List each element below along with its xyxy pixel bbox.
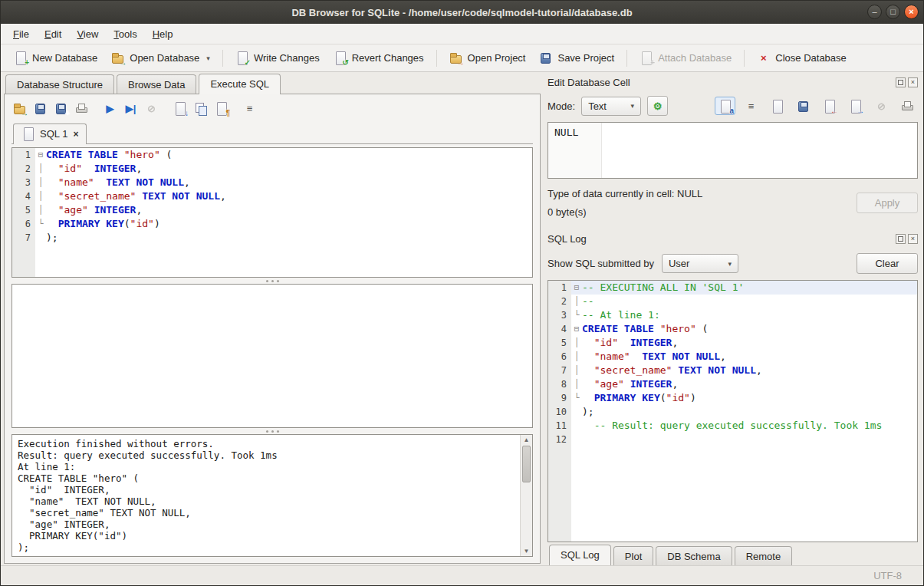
apply-button: Apply	[857, 193, 918, 213]
open-project-icon: →	[449, 51, 462, 64]
menu-help[interactable]: Help	[145, 25, 181, 43]
tab-plot[interactable]: Plot	[613, 546, 653, 565]
code-line: 11 -- Result: query executed successfull…	[548, 419, 917, 433]
open-database-button[interactable]: →Open Database▾	[104, 48, 217, 67]
export-data-button[interactable]: →	[845, 97, 866, 115]
scroll-up-icon[interactable]: ▲	[521, 436, 532, 443]
close-database-icon: ×	[757, 51, 770, 64]
close-tab-icon[interactable]: ×	[73, 129, 78, 140]
minimize-button[interactable]: –	[867, 5, 882, 19]
new-database-button[interactable]: +New Database	[7, 48, 104, 67]
save-project-button[interactable]: Save Project	[532, 48, 621, 67]
export-results-button[interactable]: ↓	[169, 99, 190, 117]
menu-tools[interactable]: Tools	[106, 25, 144, 43]
code-line: 1⊟-- EXECUTING ALL IN 'SQL 1'	[548, 281, 917, 295]
save-sql-file-button[interactable]	[30, 99, 51, 117]
save-file-button[interactable]	[793, 97, 814, 115]
mode-options-button[interactable]: ⚙	[647, 96, 668, 116]
menu-file[interactable]: File	[5, 25, 37, 43]
maximize-button[interactable]: □	[886, 5, 900, 19]
encoding-indicator[interactable]: UTF-8	[873, 570, 902, 581]
code-line: 6│ "name" TEXT NOT NULL,	[548, 350, 917, 364]
set-null-icon: ⊘	[875, 100, 888, 113]
format-sql-icon: ¶	[215, 102, 228, 115]
undock-panel-icon[interactable]	[896, 77, 906, 87]
save-sql-as-icon: +	[54, 102, 67, 115]
format-sql-button[interactable]: ¶	[211, 99, 232, 117]
code-line: 5│ "age" INTEGER,	[12, 203, 532, 217]
toolbar-separator	[436, 50, 437, 67]
save-results-button[interactable]	[190, 99, 211, 117]
sql-log-code: 1⊟-- EXECUTING ALL IN 'SQL 1'2│--3└-- At…	[548, 281, 917, 446]
code-line: 6└ PRIMARY KEY("id")	[12, 217, 532, 231]
undock-panel-icon-2[interactable]	[896, 234, 906, 244]
window-title: DB Browser for SQLite - /home/user/code/…	[291, 7, 632, 18]
sql-tab-label: SQL 1	[40, 128, 67, 140]
scrollbar[interactable]: ▲ ▼	[520, 435, 532, 556]
open-file-button[interactable]	[767, 97, 788, 115]
chevron-down-icon: ▾	[728, 260, 732, 268]
code-line: 1⊟CREATE TABLE "hero" (	[12, 148, 532, 162]
print-button[interactable]	[897, 97, 918, 115]
dropdown-caret-icon[interactable]: ▾	[206, 54, 210, 62]
execute-current-line-icon: ▶|	[124, 102, 137, 115]
write-changes-icon: ✓	[235, 51, 248, 64]
close-button[interactable]: ×	[904, 5, 919, 19]
open-file-icon	[771, 100, 784, 113]
revert-changes-button[interactable]: ↺Revert Changes	[327, 48, 431, 67]
execute-sql-panel: →+▶▶|⊘↓¶≡ SQL 1 × 1⊟CREATE TABLE "hero" …	[4, 94, 541, 564]
sql-log-view[interactable]: 1⊟-- EXECUTING ALL IN 'SQL 1'2│--3└-- At…	[547, 280, 918, 542]
scrollbar-thumb[interactable]	[522, 446, 531, 482]
import-data-button[interactable]: ←	[819, 97, 840, 115]
execute-current-line-button[interactable]: ▶|	[120, 99, 141, 117]
tab-sql-log[interactable]: SQL Log	[549, 545, 611, 565]
tab-remote[interactable]: Remote	[735, 546, 793, 565]
right-column: Edit Database Cell × Mode: Text ▾ ⚙ a≡←→…	[541, 72, 923, 565]
tab-browse-data[interactable]: Browse Data	[117, 74, 196, 94]
sql-editor-code: 1⊟CREATE TABLE "hero" (2│ "id" INTEGER,3…	[12, 148, 532, 245]
clear-log-button[interactable]: Clear	[857, 253, 918, 274]
tab-execute-sql[interactable]: Execute SQL	[199, 74, 281, 94]
code-line: 4│ "secret_name" TEXT NOT NULL,	[12, 189, 532, 203]
sql-tab[interactable]: SQL 1 ×	[13, 123, 87, 144]
print-icon	[901, 100, 914, 113]
text-mode-button[interactable]: a	[715, 97, 735, 115]
scroll-down-icon[interactable]: ▼	[521, 548, 532, 555]
code-line: 12	[548, 433, 917, 446]
cell-value-editor[interactable]: NULL	[547, 122, 918, 179]
mode-select-value: Text	[588, 100, 607, 112]
execute-all-button[interactable]: ▶	[100, 99, 120, 117]
main-tab-bar: Database StructureBrowse DataExecute SQL	[4, 72, 541, 94]
stop-icon: ⊘	[145, 102, 158, 115]
save-sql-as-button[interactable]: +	[51, 99, 71, 117]
submitter-select-value: User	[669, 258, 689, 269]
cell-type-info: Type of data currently in cell: NULL	[547, 188, 702, 199]
splitter-handle[interactable]	[5, 278, 540, 284]
tab-database-structure[interactable]: Database Structure	[5, 74, 114, 94]
sql-editor-toolbar: →+▶▶|⊘↓¶≡	[5, 94, 540, 120]
execution-log-pane[interactable]: Execution finished without errors.Result…	[12, 434, 533, 557]
open-project-button[interactable]: →Open Project	[442, 48, 533, 67]
chevron-down-icon: ▾	[631, 102, 635, 110]
menu-edit[interactable]: Edit	[37, 25, 69, 43]
menu-view[interactable]: View	[69, 25, 106, 43]
word-wrap-button[interactable]: ≡	[239, 99, 260, 117]
submitter-select[interactable]: User ▾	[662, 254, 738, 273]
export-data-icon: →	[849, 100, 862, 113]
main-area: Database StructureBrowse DataExecute SQL…	[1, 72, 923, 565]
tab-db-schema[interactable]: DB Schema	[656, 546, 732, 565]
write-changes-button[interactable]: ✓Write Changes	[229, 48, 327, 67]
print-button[interactable]	[71, 99, 92, 117]
code-line: 3│ "name" TEXT NOT NULL,	[12, 176, 532, 189]
close-panel-icon[interactable]: ×	[908, 77, 918, 87]
close-database-button[interactable]: ×Close Database	[750, 48, 853, 67]
close-panel-icon-2[interactable]: ×	[908, 234, 918, 244]
new-database-icon: +	[14, 51, 27, 64]
word-wrap-button[interactable]: ≡	[741, 97, 761, 115]
splitter-handle-2[interactable]	[5, 428, 540, 434]
exec-log-text: Execution finished without errors.Result…	[12, 435, 532, 556]
title-bar[interactable]: DB Browser for SQLite - /home/user/code/…	[1, 1, 923, 24]
mode-select[interactable]: Text ▾	[581, 97, 641, 116]
open-sql-file-button[interactable]: →	[9, 99, 30, 117]
sql-editor[interactable]: 1⊟CREATE TABLE "hero" (2│ "id" INTEGER,3…	[12, 147, 533, 278]
